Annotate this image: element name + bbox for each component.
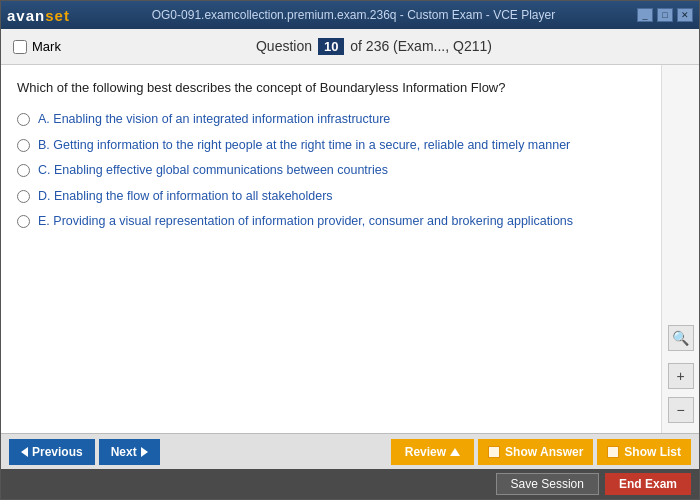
logo-set: set bbox=[45, 7, 70, 24]
end-exam-button[interactable]: End Exam bbox=[605, 473, 691, 495]
option-a-label: A. Enabling the vision of an integrated … bbox=[38, 111, 390, 129]
show-list-icon bbox=[607, 446, 619, 458]
review-button[interactable]: Review bbox=[391, 439, 474, 465]
right-sidebar: 🔍 + − bbox=[661, 65, 699, 433]
option-c[interactable]: C. Enabling effective global communicati… bbox=[17, 162, 645, 180]
question-text: Which of the following best describes th… bbox=[17, 79, 645, 97]
option-b[interactable]: B. Getting information to the right peop… bbox=[17, 137, 645, 155]
review-label: Review bbox=[405, 445, 446, 459]
question-total: of 236 (Exam..., Q211) bbox=[350, 38, 492, 54]
bottom-action-bar: Save Session End Exam bbox=[1, 469, 699, 499]
question-label: Question bbox=[256, 38, 312, 54]
show-answer-icon bbox=[488, 446, 500, 458]
option-d-label: D. Enabling the flow of information to a… bbox=[38, 188, 333, 206]
option-c-label: C. Enabling effective global communicati… bbox=[38, 162, 388, 180]
app-window: avanset OG0-091.examcollection.premium.e… bbox=[0, 0, 700, 500]
window-title: OG0-091.examcollection.premium.exam.236q… bbox=[70, 8, 637, 22]
previous-label: Previous bbox=[32, 445, 83, 459]
zoom-in-button[interactable]: + bbox=[668, 363, 694, 389]
radio-a[interactable] bbox=[17, 113, 30, 126]
review-arrow-icon bbox=[450, 448, 460, 456]
show-answer-button[interactable]: Show Answer bbox=[478, 439, 593, 465]
logo-avan: avan bbox=[7, 7, 45, 24]
close-button[interactable]: ✕ bbox=[677, 8, 693, 22]
previous-button[interactable]: Previous bbox=[9, 439, 95, 465]
mark-label: Mark bbox=[32, 39, 61, 54]
window-controls: _ □ ✕ bbox=[637, 8, 693, 22]
maximize-button[interactable]: □ bbox=[657, 8, 673, 22]
zoom-out-button[interactable]: − bbox=[668, 397, 694, 423]
title-bar: avanset OG0-091.examcollection.premium.e… bbox=[1, 1, 699, 29]
question-area: Which of the following best describes th… bbox=[1, 65, 661, 433]
next-arrow-icon bbox=[141, 447, 148, 457]
radio-b[interactable] bbox=[17, 139, 30, 152]
show-list-button[interactable]: Show List bbox=[597, 439, 691, 465]
option-b-label: B. Getting information to the right peop… bbox=[38, 137, 570, 155]
radio-e[interactable] bbox=[17, 215, 30, 228]
show-answer-label: Show Answer bbox=[505, 445, 583, 459]
prev-arrow-icon bbox=[21, 447, 28, 457]
question-info: Question 10 of 236 (Exam..., Q211) bbox=[61, 38, 687, 55]
mark-checkbox[interactable]: Mark bbox=[13, 39, 61, 54]
title-bar-left: avanset bbox=[7, 7, 70, 24]
radio-d[interactable] bbox=[17, 190, 30, 203]
question-header: Mark Question 10 of 236 (Exam..., Q211) bbox=[1, 29, 699, 65]
option-e-label: E. Providing a visual representation of … bbox=[38, 213, 573, 231]
bottom-nav: Previous Next Review Show Answer Show Li… bbox=[1, 433, 699, 469]
logo: avanset bbox=[7, 7, 70, 24]
question-number: 10 bbox=[318, 38, 344, 55]
search-icon[interactable]: 🔍 bbox=[668, 325, 694, 351]
mark-input[interactable] bbox=[13, 40, 27, 54]
minimize-button[interactable]: _ bbox=[637, 8, 653, 22]
save-session-button[interactable]: Save Session bbox=[496, 473, 599, 495]
next-label: Next bbox=[111, 445, 137, 459]
option-a[interactable]: A. Enabling the vision of an integrated … bbox=[17, 111, 645, 129]
option-d[interactable]: D. Enabling the flow of information to a… bbox=[17, 188, 645, 206]
radio-c[interactable] bbox=[17, 164, 30, 177]
next-button[interactable]: Next bbox=[99, 439, 160, 465]
main-content: Which of the following best describes th… bbox=[1, 65, 699, 433]
show-list-label: Show List bbox=[624, 445, 681, 459]
option-e[interactable]: E. Providing a visual representation of … bbox=[17, 213, 645, 231]
